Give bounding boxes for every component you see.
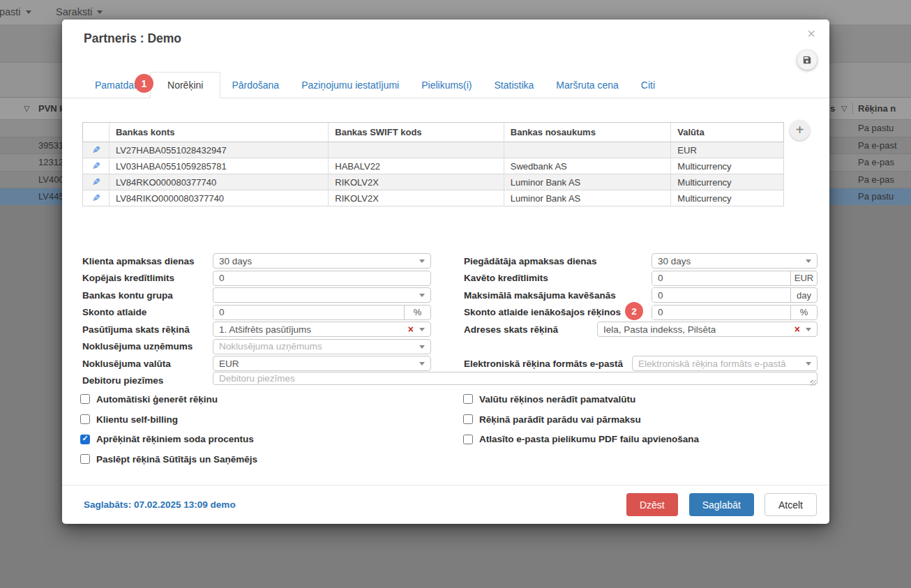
save-button[interactable]: Saglabāt (689, 493, 754, 516)
bank-row[interactable]: ✎ LV27HABA0551028432947 EUR (82, 142, 784, 158)
filter-icon[interactable]: ▽ (841, 104, 847, 113)
cell-rekina: Pa e-pas (858, 174, 894, 185)
cancel-button[interactable]: Atcelt (765, 493, 817, 516)
debitoru-piezimes-textarea[interactable] (213, 372, 818, 385)
eur-suffix: EUR (790, 271, 817, 285)
cell-swift: RIKOLV2X (328, 190, 504, 206)
bank-accounts-table: Bankas konts Bankas SWIFT kods Bankas no… (82, 122, 784, 206)
cell-konts: LV03HABA0551059285781 (109, 158, 328, 174)
field-label: Klienta apmaksas dienas (82, 256, 213, 266)
cell-nosaukums (504, 142, 671, 158)
save-icon-button[interactable] (797, 50, 817, 70)
bank-row[interactable]: ✎ LV03HABA0551059285781 HABALV22 Swedban… (82, 158, 784, 174)
checkbox-automatiski-generet[interactable] (80, 394, 90, 404)
header-bankas-nosaukums[interactable]: Bankas nosaukums (504, 123, 671, 142)
cell-rekina: Pa pastu (858, 123, 894, 133)
debitoru-piezimes-area (213, 372, 818, 388)
cell-pvn: 39531 (38, 140, 63, 151)
cell-nosaukums: Swedbank AS (504, 158, 671, 174)
field-label: Pasūtījuma skats rēķinā (82, 324, 213, 335)
field-badge: 2 (625, 302, 643, 320)
header-edit-col (83, 123, 109, 142)
bank-row[interactable]: ✎ LV84RIKO0000080377740 RIKOLV2X Luminor… (82, 190, 784, 206)
noklusejuma-valuta-select[interactable]: EUR (213, 356, 431, 371)
kaveto-kreditlimits-group: EUR (652, 271, 818, 286)
elektroniska-formats-select[interactable]: Elektroniskā rēķina formāts e-pastā (632, 356, 818, 371)
cell-rekina: Pa e-pas (858, 157, 894, 167)
cell-valuta: Multicurrency (670, 158, 783, 174)
tab-citi[interactable]: Citi (630, 73, 666, 98)
checkbox-atlasito-pdf[interactable] (463, 435, 473, 444)
select-value: EUR (219, 359, 239, 369)
dialog-title: Partneris : Demo (84, 31, 181, 46)
edit-pencil-icon[interactable]: ✎ (92, 144, 100, 156)
checkbox-rekina-paradit[interactable] (463, 414, 473, 424)
clear-icon[interactable]: × (408, 324, 414, 335)
resize-grip[interactable] (811, 380, 816, 386)
clear-icon[interactable]: × (795, 324, 800, 335)
select-value: 1. Atšifrēts pasūtījums (219, 324, 311, 335)
checkbox-valutu-rekinos[interactable] (463, 394, 473, 404)
select-value: 30 days (658, 256, 691, 266)
cell-valuta: EUR (670, 142, 783, 158)
edit-pencil-icon[interactable]: ✎ (92, 160, 100, 172)
tab-pardosana[interactable]: Pārdošana (220, 73, 290, 98)
close-icon[interactable]: × (804, 24, 818, 43)
skonto-ienakosajos-input[interactable] (652, 306, 790, 319)
edit-pencil-icon[interactable]: ✎ (92, 193, 100, 204)
header-swift-kods[interactable]: Bankas SWIFT kods (328, 123, 504, 142)
field-label: Bankas kontu grupa (82, 290, 213, 301)
percent-suffix: % (404, 306, 430, 319)
delete-button[interactable]: Dzēst (626, 493, 678, 516)
kopejais-kreditlimits-input[interactable] (213, 271, 431, 286)
checkbox-aprekinat-soda-procentus[interactable] (80, 435, 90, 444)
menu-saraksti[interactable]: Saraksti (56, 6, 103, 17)
menu-epasti-label: e-pasti (0, 6, 21, 17)
field-label: Skonto atlaide ienākošajos rēķinos (464, 307, 652, 317)
cell-swift: HABALV22 (328, 158, 504, 174)
tab-marsruta-cena[interactable]: Maršruta cena (545, 73, 629, 98)
header-bankas-konts[interactable]: Bankas konts (109, 123, 328, 142)
partner-dialog: Partneris : Demo × Pamatdati Norēķini Pā… (62, 20, 829, 524)
saved-status-link[interactable]: Saglabāts: 07.02.2025 13:09 demo (84, 499, 236, 510)
checkbox-paslept-sutitajs[interactable] (80, 454, 90, 464)
klienta-apmaksas-dienas-select[interactable]: 30 days (213, 253, 431, 269)
field-label: Adreses skats rēķinā (464, 324, 597, 335)
checkbox-klientu-self-billing[interactable] (80, 414, 90, 424)
floppy-icon (802, 55, 812, 65)
header-valuta[interactable]: Valūta (670, 123, 783, 142)
tab-pazinojumu-iestatijumi[interactable]: Paziņojumu iestatījumi (290, 73, 410, 98)
add-bank-account-button[interactable]: + (790, 120, 810, 140)
menu-epasti[interactable]: e-pasti (0, 6, 31, 17)
chevron-down-icon (806, 362, 811, 365)
adreses-skats-select[interactable]: Iela, Pasta indekss, Pilsēta × (597, 322, 818, 337)
cell-nosaukums: Luminor Bank AS (504, 190, 671, 206)
field-label: Maksimālā maksājuma kavēšanās (464, 290, 652, 301)
chevron-down-icon (97, 10, 103, 14)
column-header-pvn[interactable]: PVN k (38, 103, 65, 114)
tab-pielikumi[interactable]: Pielikums(i) (410, 73, 483, 98)
tab-statistika[interactable]: Statistika (483, 73, 545, 98)
piegadataja-apmaksas-dienas-select[interactable]: 30 days (652, 253, 818, 269)
kaveto-kreditlimits-input[interactable] (652, 271, 790, 285)
tab-norekini[interactable]: Norēķini (150, 72, 220, 98)
day-suffix: day (790, 288, 817, 302)
edit-pencil-icon[interactable]: ✎ (92, 176, 100, 188)
bank-table-header: Bankas konts Bankas SWIFT kods Bankas no… (82, 122, 784, 142)
maksimala-kavesanas-input[interactable] (652, 288, 790, 302)
skonto-atlaide-input[interactable] (213, 306, 404, 319)
filter-icon[interactable]: ▽ (24, 104, 29, 113)
column-header-rekina[interactable]: Rēķina n (858, 103, 896, 114)
cell-nosaukums: Luminor Bank AS (504, 174, 671, 190)
checkbox-label: Paslēpt rēķinā Sūtītājs un Saņēmējs (96, 454, 257, 465)
pasutijuma-skats-select[interactable]: 1. Atšifrēts pasūtījums × (213, 322, 431, 337)
maksimala-kavesanas-group: day (652, 287, 818, 303)
bank-row[interactable]: ✎ LV84RKO000080377740 RIKOLV2X Luminor B… (82, 174, 784, 190)
select-value: 30 days (219, 256, 252, 266)
bankas-kontu-grupa-select[interactable] (213, 287, 431, 303)
noklusejuma-uznemums-select[interactable]: Noklusējuma uzņēmums (213, 339, 431, 354)
checkbox-column-right: Valūtu rēķinos nerādīt pamatvalūtu Rēķin… (463, 389, 699, 449)
cell-konts: LV84RIKO0000080377740 (109, 190, 328, 206)
chevron-down-icon (419, 345, 425, 349)
skonto-ienakosajos-group: % (652, 305, 818, 320)
